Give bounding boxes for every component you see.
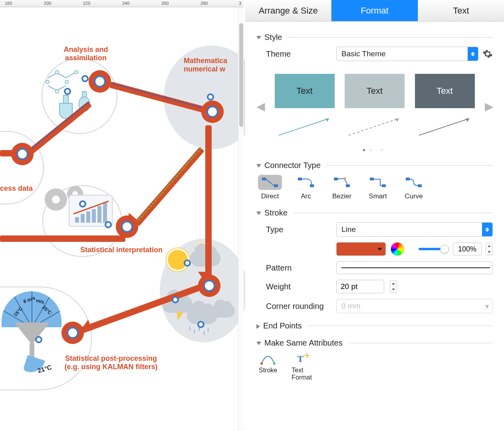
theme-page-dots[interactable]: ●○ ○	[256, 146, 493, 153]
theme-preview-3[interactable]: Text	[415, 74, 475, 138]
selection-handle[interactable]	[79, 200, 86, 208]
theme-select[interactable]: Basic Theme	[336, 47, 478, 61]
scrollbar-thumb[interactable]	[239, 23, 243, 127]
vertical-scrollbar[interactable]	[238, 7, 244, 430]
edge-endpoint[interactable]	[201, 101, 224, 123]
cloud-icon	[211, 304, 234, 318]
make-same-text-format-button[interactable]: T TextFormat	[292, 352, 312, 381]
svg-marker-3	[395, 119, 399, 122]
weight-input[interactable]: 20 pt	[336, 280, 384, 293]
diagram-canvas[interactable]: 180 200 220 240 260 280 3	[0, 0, 244, 431]
ruler-tick: 260	[161, 1, 169, 6]
section-connector-type: Connector Type Direct Arc Bezier	[256, 161, 493, 200]
chevron-updown-icon	[468, 47, 478, 61]
connector-direct-button[interactable]: Direct	[258, 175, 282, 200]
svg-rect-17	[418, 184, 422, 187]
edge[interactable]	[205, 125, 212, 287]
svg-line-2	[349, 119, 399, 135]
disclosure-triangle-icon	[256, 36, 261, 40]
ruler-tick: 3	[239, 1, 241, 6]
node-label-stat-post: Statistical post-processing(e.g. using K…	[55, 354, 167, 371]
section-title: Make Same Attributes	[264, 338, 343, 348]
corner-rounding-select[interactable]: 0 mm ▾	[336, 299, 493, 313]
selection-handle[interactable]	[35, 336, 42, 343]
inspector-tabs: Arrange & Size Format Text	[245, 0, 504, 22]
color-wheel-button[interactable]	[391, 242, 404, 256]
tab-format[interactable]: Format	[331, 0, 418, 21]
theme-arrow-icon	[275, 115, 335, 138]
theme-box: Text	[345, 74, 405, 108]
section-title: Stroke	[264, 208, 288, 217]
connector-curve-button[interactable]: Curve	[402, 175, 426, 200]
opacity-slider[interactable]	[419, 248, 448, 250]
theme-next-button[interactable]: ▶	[485, 100, 493, 113]
svg-rect-7	[274, 184, 278, 187]
connector-bezier-button[interactable]: Bezier	[330, 175, 354, 200]
theme-label: Theme	[256, 49, 336, 59]
opacity-value[interactable]: 100%	[453, 243, 482, 255]
horizontal-ruler: 180 200 220 240 260 280 3	[0, 0, 244, 7]
trend-line-icon	[73, 200, 110, 215]
stroke-type-value: Line	[341, 225, 356, 234]
edge-endpoint[interactable]	[89, 70, 111, 93]
chevron-updown-icon	[482, 223, 492, 236]
pattern-label: Pattern	[256, 263, 336, 273]
section-header-style[interactable]: Style	[256, 33, 493, 42]
disclosure-triangle-icon	[256, 164, 261, 168]
section-header-connector[interactable]: Connector Type	[256, 161, 493, 170]
ruler-tick: 240	[122, 1, 129, 6]
svg-point-19	[273, 362, 276, 365]
selection-handle[interactable]	[197, 321, 204, 328]
disclosure-triangle-icon	[256, 342, 261, 345]
ruler-tick: 220	[83, 1, 90, 6]
selection-handle[interactable]	[172, 296, 179, 303]
pattern-select[interactable]	[336, 261, 493, 274]
gear-icon[interactable]	[482, 49, 493, 59]
selection-handle[interactable]	[207, 93, 214, 101]
opacity-stepper[interactable]	[486, 243, 493, 255]
section-header-stroke[interactable]: Stroke	[256, 208, 493, 217]
edge[interactable]	[0, 235, 125, 242]
section-header-make-same[interactable]: Make Same Attributes	[256, 338, 493, 348]
svg-marker-5	[465, 119, 469, 122]
text-format-icon: T	[294, 352, 310, 365]
selection-handle[interactable]	[105, 221, 112, 228]
theme-prev-button[interactable]: ◀	[256, 100, 264, 113]
node-label-stat-interp: Statistical interpretation	[69, 246, 173, 254]
corner-rounding-placeholder: 0 mm	[341, 302, 361, 310]
ruler-tick: 280	[200, 1, 208, 6]
node-label-process: cess data	[0, 184, 40, 193]
section-header-end-points[interactable]: End Points	[256, 321, 493, 330]
tab-arrange-size[interactable]: Arrange & Size	[245, 0, 331, 21]
connector-arc-button[interactable]: Arc	[294, 175, 318, 200]
tab-text[interactable]: Text	[418, 0, 504, 21]
slider-knob[interactable]	[440, 245, 449, 253]
weight-stepper[interactable]	[390, 280, 397, 293]
make-same-stroke-button[interactable]: Stroke	[259, 352, 277, 381]
section-title: Connector Type	[264, 161, 321, 170]
theme-preview-1[interactable]: Text	[275, 74, 335, 138]
selection-handle[interactable]	[64, 88, 71, 95]
svg-rect-12	[346, 184, 350, 187]
edge-endpoint[interactable]	[11, 143, 34, 165]
svg-line-0	[279, 119, 329, 135]
ruler-tick: 180	[5, 1, 12, 6]
canvas-content[interactable]: 8 m/s m/s 15°C 25°C 21°C	[0, 7, 244, 431]
edge-endpoint[interactable]	[198, 275, 220, 297]
ruler-tick: 200	[44, 1, 51, 6]
selection-handle[interactable]	[184, 259, 191, 267]
theme-arrow-icon	[415, 115, 475, 138]
connector-smart-button[interactable]: Smart	[366, 175, 390, 200]
selection-handle[interactable]	[81, 75, 89, 82]
disclosure-triangle-icon	[256, 324, 260, 329]
svg-point-18	[260, 362, 263, 365]
svg-line-4	[419, 119, 469, 135]
stroke-type-select[interactable]: Line	[336, 222, 493, 237]
edge-endpoint[interactable]	[62, 322, 84, 344]
svg-rect-14	[370, 178, 374, 180]
theme-preview-2[interactable]: Text	[345, 74, 405, 138]
disclosure-triangle-icon	[256, 212, 261, 215]
edge-endpoint[interactable]	[116, 216, 138, 238]
stroke-color-well[interactable]	[336, 242, 386, 256]
edge[interactable]	[134, 147, 204, 226]
